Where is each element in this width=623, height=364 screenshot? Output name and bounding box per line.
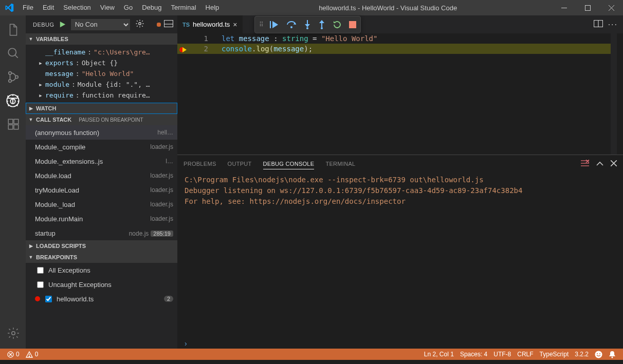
variables-header[interactable]: ▼VARIABLES <box>26 33 177 45</box>
breakpoint-checkbox[interactable] <box>45 296 52 302</box>
code-editor[interactable]: 1 let message : string = "Hello World" 2… <box>177 33 623 155</box>
menu-bar: File Edit Selection View Go Debug Termin… <box>18 0 224 15</box>
debug-icon[interactable] <box>1 90 25 111</box>
stack-frame[interactable]: startupnode.js285:19 <box>26 226 177 240</box>
breakpoint-checkbox[interactable] <box>37 281 44 288</box>
step-out-button[interactable] <box>318 20 325 29</box>
extensions-icon[interactable] <box>0 114 26 135</box>
collapse-panel-icon[interactable] <box>596 160 603 168</box>
breakpoint-row[interactable]: Uncaught Exceptions <box>26 277 177 292</box>
typescript-icon: TS <box>182 22 190 28</box>
continue-button[interactable] <box>270 21 279 29</box>
debug-config-select[interactable]: No Con <box>71 19 130 30</box>
svg-line-47 <box>9 353 12 356</box>
breakpoint-row[interactable]: All Exceptions <box>26 263 177 277</box>
explorer-icon[interactable] <box>0 20 26 40</box>
more-actions-icon[interactable]: ··· <box>608 20 618 29</box>
svg-rect-30 <box>270 21 271 28</box>
breakpoint-checkbox[interactable] <box>37 267 44 274</box>
breakpoint-row[interactable]: helloworld.ts2 <box>26 292 177 306</box>
svg-point-35 <box>321 27 323 29</box>
loaded-scripts-header[interactable]: ▶LOADED SCRIPTS <box>26 240 177 252</box>
svg-rect-34 <box>321 23 322 27</box>
debug-console-output[interactable]: C:\Program Files\nodejs\node.exe --inspe… <box>177 173 623 338</box>
svg-point-25 <box>139 23 141 25</box>
status-warnings[interactable]: 0 <box>23 351 42 358</box>
stack-frame[interactable]: Module._extensions..jsl… <box>26 154 177 168</box>
stack-frame[interactable]: Module._compileloader.js <box>26 140 177 154</box>
drag-handle-icon[interactable]: ⠿ <box>259 21 263 28</box>
tab-terminal[interactable]: TERMINAL <box>325 161 355 167</box>
minimap[interactable] <box>611 33 617 155</box>
split-editor-icon[interactable] <box>594 20 603 29</box>
source-control-icon[interactable] <box>0 67 26 87</box>
close-icon[interactable] <box>599 0 623 15</box>
settings-icon[interactable] <box>0 323 26 343</box>
variable-row[interactable]: ▶require: function require… <box>26 90 177 101</box>
notifications-icon[interactable] <box>606 351 619 358</box>
tab-debug-console[interactable]: DEBUG CONSOLE <box>263 161 315 169</box>
svg-point-6 <box>9 72 11 74</box>
status-eol[interactable]: CRLF <box>514 351 536 358</box>
svg-line-18 <box>16 105 17 106</box>
code-line[interactable]: 2 console.log(message); <box>177 44 617 54</box>
line-number: 2 <box>177 45 217 53</box>
status-encoding[interactable]: UTF-8 <box>490 351 514 358</box>
debug-console-toggle-icon[interactable] <box>164 20 173 29</box>
status-errors[interactable]: 0 <box>4 351 23 358</box>
menu-view[interactable]: View <box>96 0 119 15</box>
callstack-header[interactable]: ▼CALL STACKPAUSED ON BREAKPOINT <box>26 114 177 125</box>
clear-console-icon[interactable] <box>581 160 589 168</box>
start-debugging-button[interactable] <box>58 20 68 30</box>
minimize-icon[interactable] <box>552 0 576 15</box>
configure-gear-icon[interactable] <box>133 19 146 30</box>
tab-close-icon[interactable]: × <box>233 21 237 29</box>
search-icon[interactable] <box>0 43 26 64</box>
tab-helloworld[interactable]: TS helloworld.ts × <box>177 15 243 33</box>
stack-frame[interactable]: Module.loadloader.js <box>26 168 177 183</box>
editor-area: TS helloworld.ts × ··· ⠿ 1 let message :… <box>177 15 623 349</box>
stack-frame[interactable]: tryModuleLoadloader.js <box>26 183 177 197</box>
svg-rect-26 <box>164 21 173 27</box>
maximize-icon[interactable] <box>576 0 599 15</box>
variable-row[interactable]: __filename: "c:\Users\gre… <box>26 47 177 58</box>
stack-frame[interactable]: (anonymous function)hell… <box>26 125 177 140</box>
step-over-button[interactable] <box>286 21 297 29</box>
stack-frame[interactable]: Module._loadloader.js <box>26 197 177 212</box>
debug-sidebar: DEBUG No Con ▼VARIABLES __filename: "c:\… <box>26 15 177 349</box>
close-panel-icon[interactable] <box>611 160 617 168</box>
menu-debug[interactable]: Debug <box>137 0 166 15</box>
svg-rect-28 <box>594 21 602 27</box>
debug-toolbar[interactable]: ⠿ <box>254 16 361 33</box>
code-line[interactable]: 1 let message : string = "Hello World" <box>177 33 617 44</box>
menu-terminal[interactable]: Terminal <box>166 0 200 15</box>
feedback-icon[interactable] <box>592 351 606 358</box>
menu-selection[interactable]: Selection <box>59 0 95 15</box>
menu-help[interactable]: Help <box>201 0 224 15</box>
svg-point-37 <box>179 47 185 52</box>
status-version[interactable]: 3.2.2 <box>572 351 592 358</box>
svg-point-51 <box>597 353 598 354</box>
step-into-button[interactable] <box>304 20 311 29</box>
status-spaces[interactable]: Spaces: 4 <box>457 351 490 358</box>
menu-go[interactable]: Go <box>119 0 137 15</box>
status-language[interactable]: TypeScript <box>537 351 572 358</box>
debug-console-input[interactable]: › <box>177 338 623 349</box>
tab-problems[interactable]: PROBLEMS <box>184 161 216 167</box>
svg-point-10 <box>10 99 15 104</box>
stop-button[interactable] <box>349 21 356 28</box>
debug-sidebar-header: DEBUG No Con <box>26 15 177 33</box>
stack-frame[interactable]: Module.runMainloader.js <box>26 212 177 226</box>
menu-file[interactable]: File <box>18 0 38 15</box>
variable-row[interactable]: ▶exports: Object {} <box>26 58 177 68</box>
variable-row[interactable]: ▶module: Module {id: ".", … <box>26 79 177 90</box>
svg-point-45 <box>8 351 13 357</box>
watch-header[interactable]: ▶WATCH <box>26 103 177 114</box>
svg-point-33 <box>306 27 308 29</box>
restart-button[interactable] <box>333 20 342 29</box>
status-cursor[interactable]: Ln 2, Col 1 <box>421 351 457 358</box>
tab-output[interactable]: OUTPUT <box>228 161 252 167</box>
breakpoints-header[interactable]: ▼BREAKPOINTS <box>26 252 177 263</box>
menu-edit[interactable]: Edit <box>38 0 59 15</box>
variable-row[interactable]: message: "Hello World" <box>26 68 177 79</box>
